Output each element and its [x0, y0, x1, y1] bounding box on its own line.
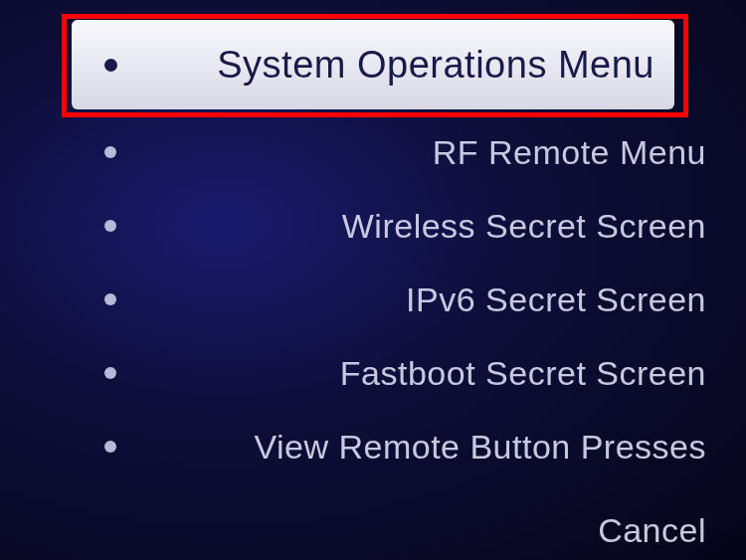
bullet-icon	[104, 146, 116, 158]
menu-item-rf-remote[interactable]: RF Remote Menu	[0, 115, 746, 189]
menu-item-label: System Operations Menu	[117, 44, 654, 87]
bullet-icon	[104, 367, 116, 379]
menu-item-label: Cancel	[116, 511, 706, 550]
menu-item-ipv6-secret[interactable]: IPv6 Secret Screen	[0, 263, 746, 336]
bullet-icon	[104, 293, 116, 305]
menu-item-fastboot-secret[interactable]: Fastboot Secret Screen	[0, 336, 746, 410]
menu-item-view-remote-presses[interactable]: View Remote Button Presses	[0, 410, 746, 483]
secret-menu: System Operations Menu RF Remote Menu Wi…	[0, 0, 746, 560]
menu-item-label: IPv6 Secret Screen	[116, 280, 706, 319]
menu-item-system-operations[interactable]: System Operations Menu	[72, 20, 674, 109]
menu-item-cancel[interactable]: Cancel	[0, 493, 746, 560]
menu-item-label: View Remote Button Presses	[116, 428, 706, 467]
menu-item-label: RF Remote Menu	[116, 133, 706, 172]
menu-item-label: Fastboot Secret Screen	[116, 354, 706, 393]
bullet-icon	[104, 59, 117, 72]
bullet-icon	[104, 441, 116, 453]
bullet-icon	[104, 220, 116, 232]
menu-item-label: Wireless Secret Screen	[116, 207, 706, 246]
menu-item-wireless-secret[interactable]: Wireless Secret Screen	[0, 189, 746, 263]
